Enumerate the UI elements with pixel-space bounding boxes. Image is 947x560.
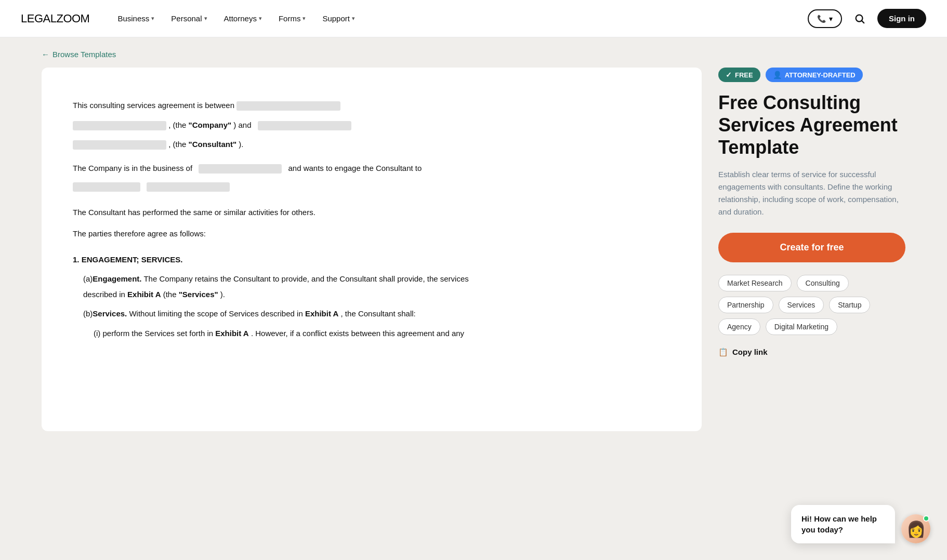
logo[interactable]: LEGALZOOM: [21, 12, 89, 25]
chevron-down-icon: ▾: [259, 15, 262, 22]
chevron-down-icon: ▾: [352, 15, 355, 22]
phone-button[interactable]: 📞 ▾: [808, 9, 842, 28]
doc-sub-a: (a)Engagement. The Company retains the C…: [73, 272, 670, 301]
tag-startup[interactable]: Startup: [829, 297, 870, 313]
logo-text1: LEGAL: [21, 12, 56, 25]
section1-title: 1. ENGAGEMENT; SERVICES.: [73, 253, 670, 266]
nav-item-attorneys[interactable]: Attorneys ▾: [217, 10, 269, 27]
field-company-name[interactable]: [236, 101, 340, 111]
arrow-left-icon: ←: [42, 50, 49, 59]
chat-widget: Hi! How can we help you today? 👩: [791, 505, 930, 543]
sidebar: ✓ FREE 👤 ATTORNEY-DRAFTED Free Consultin…: [718, 68, 905, 357]
breadcrumb[interactable]: ← Browse Templates: [42, 50, 116, 59]
search-icon: [854, 13, 865, 24]
doc-line5: The Consultant has performed the same or…: [73, 206, 670, 219]
create-for-free-button[interactable]: Create for free: [718, 233, 905, 262]
doc-line3: , (the "Consultant" ).: [73, 138, 670, 151]
copy-icon: 📋: [718, 348, 728, 357]
phone-icon: 📞: [817, 15, 826, 23]
svg-line-1: [862, 21, 864, 23]
chevron-down-icon: ▾: [829, 15, 833, 23]
doc-line4: The Company is in the business of and wa…: [73, 162, 670, 175]
doc-line1: This consulting services agreement is be…: [73, 99, 670, 112]
sidebar-title: Free Consulting Services Agreement Templ…: [718, 91, 905, 159]
field-consultant-name[interactable]: [258, 121, 351, 130]
doc-line6: The parties therefore agree as follows:: [73, 227, 670, 241]
tag-partnership[interactable]: Partnership: [718, 297, 773, 313]
chevron-down-icon: ▾: [204, 15, 207, 22]
badge-attorney-drafted: 👤 ATTORNEY-DRAFTED: [766, 68, 863, 82]
header: LEGALZOOM Business ▾ Personal ▾ Attorney…: [0, 0, 947, 37]
doc-line2: , (the "Company" ) and: [73, 118, 670, 132]
search-button[interactable]: [848, 7, 871, 30]
tag-market-research[interactable]: Market Research: [718, 275, 792, 291]
tag-services[interactable]: Services: [779, 297, 824, 313]
sidebar-badges: ✓ FREE 👤 ATTORNEY-DRAFTED: [718, 68, 905, 82]
badge-free: ✓ FREE: [718, 68, 760, 82]
doc-section1: 1. ENGAGEMENT; SERVICES.: [73, 253, 670, 266]
signin-button[interactable]: Sign in: [877, 9, 926, 28]
tag-consulting[interactable]: Consulting: [797, 275, 849, 291]
document-panel: This consulting services agreement is be…: [42, 68, 702, 431]
logo-text2: ZOOM: [56, 12, 89, 25]
chevron-down-icon: ▾: [151, 15, 154, 22]
field-consultant-name2[interactable]: [73, 140, 166, 150]
field-company-name2[interactable]: [73, 121, 166, 130]
tags-container: Market Research Consulting Partnership S…: [718, 275, 905, 335]
nav-item-forms[interactable]: Forms ▾: [271, 10, 313, 27]
check-circle-icon: ✓: [726, 71, 732, 79]
tag-digital-marketing[interactable]: Digital Marketing: [766, 318, 837, 335]
online-status-dot: [923, 515, 929, 522]
main-content: This consulting services agreement is be…: [0, 68, 947, 452]
tag-agency[interactable]: Agency: [718, 318, 760, 335]
nav-item-business[interactable]: Business ▾: [110, 10, 162, 27]
doc-sub-b: (b)Services. Without limiting the scope …: [73, 307, 670, 321]
copy-link-button[interactable]: 📋 Copy link: [718, 348, 905, 357]
chat-avatar[interactable]: 👩: [901, 514, 930, 543]
chat-bubble: Hi! How can we help you today?: [791, 505, 895, 543]
main-nav: Business ▾ Personal ▾ Attorneys ▾ Forms …: [110, 10, 808, 27]
header-actions: 📞 ▾ Sign in: [808, 7, 926, 30]
nav-item-support[interactable]: Support ▾: [315, 10, 362, 27]
person-icon: 👤: [773, 71, 782, 79]
field-engage2[interactable]: [147, 182, 230, 192]
doc-line4b: [73, 180, 670, 193]
sidebar-description: Establish clear terms of service for suc…: [718, 168, 905, 218]
chevron-down-icon: ▾: [302, 15, 306, 22]
field-engage[interactable]: [73, 182, 140, 192]
nav-item-personal[interactable]: Personal ▾: [164, 10, 214, 27]
doc-sub-i: (i) perform the Services set forth in Ex…: [73, 327, 670, 340]
field-business[interactable]: [199, 164, 282, 174]
breadcrumb-bar: ← Browse Templates: [0, 37, 947, 68]
